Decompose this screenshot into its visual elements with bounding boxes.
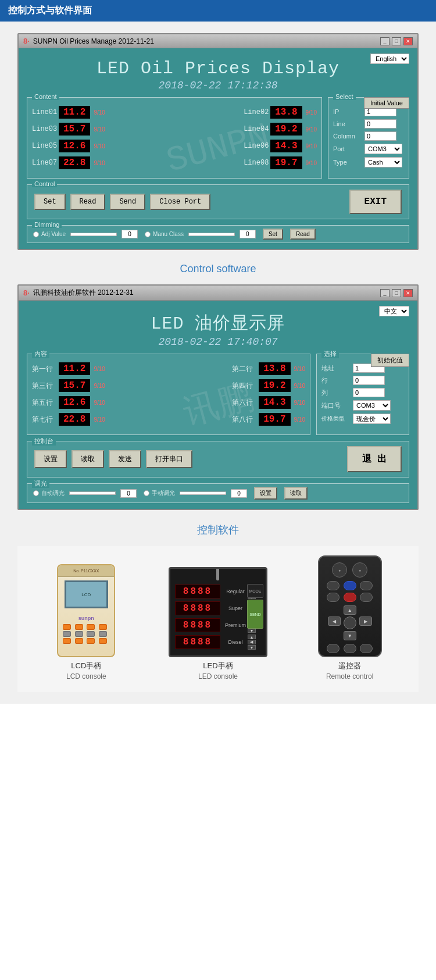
read-btn-zh[interactable]: 读取	[72, 450, 104, 468]
lcd-btn-3[interactable]	[87, 624, 95, 630]
caption-zh: 控制软件	[17, 518, 419, 546]
adj-slider-en[interactable]	[70, 233, 117, 236]
line-label-zh-0: 第一行	[32, 364, 56, 374]
lcd-btn-12[interactable]	[99, 638, 107, 644]
lcd-btn-8[interactable]	[99, 631, 107, 637]
led-digits-0: 8888	[175, 585, 220, 598]
send-btn[interactable]: SEND	[247, 600, 263, 629]
main-content: 8· SUNPN Oil Prices Manage 2012-11-21 _ …	[0, 22, 436, 704]
remote-btn-t5[interactable]	[344, 593, 356, 602]
row-input-zh[interactable]	[353, 376, 385, 385]
price-box-en-5: 14.3	[270, 140, 302, 152]
remote-circle-btn-2[interactable]: ●	[352, 562, 367, 578]
set-btn-en[interactable]: Set	[34, 194, 66, 210]
remote-btn-t2[interactable]	[344, 581, 356, 590]
column-input-en[interactable]	[364, 131, 396, 141]
devices-row: No. P11CXXX LCD sunpn	[23, 555, 413, 680]
remote-btn-b3[interactable]	[360, 644, 373, 653]
arrow-dn-2[interactable]: ▼	[248, 628, 256, 633]
line-input-en[interactable]	[364, 119, 396, 129]
manu-slider-zh[interactable]	[180, 491, 226, 495]
led-datetime-zh: 2018-02-22 17:40:07	[27, 336, 409, 348]
pricetype-dropdown-zh[interactable]: 现金价	[353, 414, 391, 424]
lcd-btn-9[interactable]	[63, 638, 71, 644]
lang-dropdown-zh[interactable]: 中文	[379, 306, 409, 316]
adj-slider-zh[interactable]	[69, 491, 116, 495]
fraction-en-6: 9/10	[94, 160, 105, 166]
lcd-btn-4[interactable]	[99, 624, 107, 630]
remote-down-btn[interactable]: ▼	[344, 631, 356, 640]
manu-slider-en[interactable]	[188, 233, 235, 236]
initial-value-btn-zh[interactable]: 初始化值	[371, 354, 409, 367]
remote-circle-btn-1[interactable]: ●	[332, 562, 347, 578]
exit-btn-zh[interactable]: 退 出	[347, 446, 402, 472]
adj-radio-en[interactable]	[33, 231, 39, 237]
dim-read-btn-en[interactable]: Read	[290, 229, 316, 240]
lang-dropdown-en[interactable]: English	[370, 54, 409, 64]
mode-btn[interactable]: MODE	[247, 584, 263, 598]
maximize-btn-zh[interactable]: □	[392, 289, 401, 297]
arrow-up-3[interactable]: ▲	[248, 635, 256, 639]
port-dropdown-en[interactable]: COM3	[364, 144, 402, 154]
lang-selector-zh[interactable]: 中文	[379, 305, 409, 316]
adj-value-item-zh: 自动调光 0	[33, 489, 137, 498]
arrow-dn-3[interactable]: ▼	[248, 645, 256, 650]
led-row-label-1: Super	[223, 605, 248, 611]
select-column-en: Column	[333, 131, 404, 141]
remote-btn-b1[interactable]	[327, 644, 339, 653]
panels-row-en: Content Line01 11.2 9/10 Line02 13.8 9/1…	[27, 97, 409, 179]
remote-up-btn[interactable]: ▲	[344, 605, 356, 615]
exit-btn-en[interactable]: EXIT	[349, 190, 402, 214]
remote-left-btn[interactable]: ◀	[328, 616, 341, 626]
initial-value-btn-en[interactable]: Initial Value	[364, 97, 409, 109]
lcd-btn-7[interactable]	[87, 631, 95, 637]
lcd-console-image: No. P11CXXX LCD sunpn	[57, 564, 115, 657]
lcd-btn-11[interactable]	[87, 638, 95, 644]
dim-set-btn-zh[interactable]: 设置	[254, 487, 277, 500]
close-btn-zh[interactable]: ✕	[403, 289, 413, 297]
lang-selector-en[interactable]: English	[370, 53, 409, 64]
close-btn-en[interactable]: ✕	[403, 37, 413, 45]
lcd-btn-10[interactable]	[75, 638, 83, 644]
lcd-btn-2[interactable]	[75, 624, 83, 630]
send-btn-zh[interactable]: 发送	[109, 450, 141, 468]
remote-btn-t4[interactable]	[327, 593, 339, 602]
type-dropdown-en[interactable]: Cash	[364, 157, 402, 168]
close-port-btn-en[interactable]: Close Port	[150, 194, 210, 210]
portnum-dropdown-zh[interactable]: COM3	[353, 400, 391, 411]
remote-center-btn[interactable]	[344, 616, 356, 629]
send-btn-en[interactable]: Send	[110, 194, 145, 210]
line-label-en-4: Line05	[32, 142, 56, 150]
manu-radio-en[interactable]	[145, 231, 151, 237]
remote-btn-t6[interactable]	[360, 593, 373, 602]
price-box-zh-5: 14.3	[259, 396, 290, 409]
line-label-zh-2: 第三行	[32, 381, 56, 391]
read-btn-en[interactable]: Read	[70, 194, 106, 210]
dimming-panel-zh: 调光 自动调光 0 手动调光 0 设置 读取	[27, 483, 409, 503]
lcd-btn-1[interactable]	[63, 624, 71, 630]
col-input-zh[interactable]	[353, 388, 385, 397]
lcd-btn-6[interactable]	[75, 631, 83, 637]
header-title: 控制方式与软件界面	[8, 5, 92, 15]
minimize-btn-zh[interactable]: _	[380, 289, 389, 297]
minimize-btn-en[interactable]: _	[380, 37, 389, 45]
manu-item-zh: 手动调光 0	[144, 489, 247, 498]
dim-read-btn-zh[interactable]: 读取	[284, 487, 308, 500]
manu-value-en: 0	[240, 230, 256, 238]
adj-radio-zh[interactable]	[33, 490, 39, 496]
maximize-btn-en[interactable]: □	[392, 37, 401, 45]
price-box-en-0: 11.2	[59, 106, 90, 119]
control-legend-zh: 控制台	[32, 437, 56, 446]
remote-right-btn[interactable]: ▶	[359, 616, 372, 626]
remote-btn-t1[interactable]	[327, 581, 339, 590]
set-btn-zh[interactable]: 设置	[34, 450, 67, 468]
lcd-btn-5[interactable]	[63, 631, 71, 637]
arrow-mid-3[interactable]: ◀	[248, 640, 256, 644]
remote-btn-t3[interactable]	[360, 581, 373, 590]
dim-set-btn-en[interactable]: Set	[263, 229, 283, 240]
led-title-zh: LED 油价显示屏	[27, 311, 409, 335]
open-port-btn-zh[interactable]: 打开串口	[146, 450, 192, 468]
remote-btn-b2[interactable]	[344, 644, 356, 653]
manu-radio-zh[interactable]	[144, 490, 149, 496]
lcd-screen: LCD	[65, 580, 108, 608]
